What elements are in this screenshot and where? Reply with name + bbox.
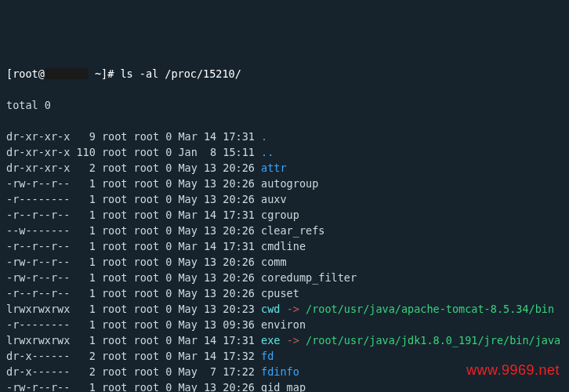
- command-text: ls -al /proc/15210/: [120, 67, 241, 80]
- listing-row: lrwxrwxrwx 1 root root 0 May 13 20:23 cw…: [6, 301, 563, 317]
- file-name: autogroup: [261, 177, 318, 190]
- redacted-hostname: [45, 68, 89, 79]
- prompt-suffix: ~]#: [89, 67, 121, 80]
- prompt-prefix: [root@: [6, 67, 45, 80]
- file-name: auxv: [261, 193, 287, 205]
- prompt-line: [root@ ~]# ls -al /proc/15210/: [6, 66, 563, 82]
- symlink-target: /root/usr/java/apache-tomcat-8.5.34/bin: [306, 303, 554, 315]
- listing-row: -rw-r--r-- 1 root root 0 May 13 20:26 co…: [6, 270, 563, 285]
- row-meta: -rw-r--r-- 1 root root 0 May 13 20:26: [6, 271, 261, 284]
- file-name: .: [261, 130, 267, 143]
- file-name: exe: [261, 334, 280, 347]
- symlink-arrow: ->: [287, 303, 299, 315]
- row-meta: -r--r--r-- 1 root root 0 Mar 14 17:31: [6, 240, 261, 252]
- row-meta: lrwxrwxrwx 1 root root 0 Mar 14 17:31: [6, 334, 261, 347]
- listing-row: -r-------- 1 root root 0 May 13 20:26 au…: [6, 191, 563, 207]
- file-name: cgroup: [261, 209, 299, 221]
- listing-row: -rw-r--r-- 1 root root 0 May 13 20:26 au…: [6, 176, 563, 191]
- listing-row: dr-xr-xr-x 2 root root 0 May 13 20:26 at…: [6, 160, 563, 176]
- file-name: fdinfo: [261, 365, 299, 378]
- listing-row: lrwxrwxrwx 1 root root 0 Mar 14 17:31 ex…: [6, 332, 563, 348]
- total-line: total 0: [6, 97, 563, 113]
- listing-row: -r--r--r-- 1 root root 0 Mar 14 17:31 cm…: [6, 238, 563, 254]
- row-meta: -r--r--r-- 1 root root 0 May 13 20:26: [6, 287, 261, 299]
- row-meta: -r-------- 1 root root 0 May 13 09:36: [6, 318, 261, 331]
- row-meta: dr-x------ 2 root root 0 Mar 14 17:32: [6, 350, 261, 362]
- row-meta: -r--r--r-- 1 root root 0 Mar 14 17:31: [6, 209, 261, 221]
- file-name: environ: [261, 318, 306, 331]
- symlink-arrow: ->: [287, 334, 299, 347]
- file-name: comm: [261, 256, 287, 268]
- row-meta: dr-xr-xr-x 9 root root 0 Mar 14 17:31: [6, 130, 261, 143]
- listing-row: dr-x------ 2 root root 0 May 7 17:22 fdi…: [6, 364, 563, 379]
- listing-row: -r--r--r-- 1 root root 0 May 13 20:26 cp…: [6, 285, 563, 301]
- file-name: cpuset: [261, 287, 299, 299]
- row-meta: --w------- 1 root root 0 May 13 20:26: [6, 224, 261, 237]
- file-name: coredump_filter: [261, 271, 357, 284]
- listing-row: -rw-r--r-- 1 root root 0 May 13 20:26 co…: [6, 254, 563, 270]
- row-meta: -r-------- 1 root root 0 May 13 20:26: [6, 193, 261, 205]
- file-name: cwd: [261, 303, 280, 315]
- row-meta: lrwxrwxrwx 1 root root 0 May 13 20:23: [6, 303, 261, 315]
- file-name: ..: [261, 146, 274, 158]
- file-listing: dr-xr-xr-x 9 root root 0 Mar 14 17:31 .d…: [6, 129, 563, 392]
- row-meta: -rw-r--r-- 1 root root 0 May 13 20:26: [6, 381, 261, 392]
- listing-row: dr-xr-xr-x 9 root root 0 Mar 14 17:31 .: [6, 129, 563, 144]
- file-name: gid_map: [261, 381, 306, 392]
- listing-row: dr-x------ 2 root root 0 Mar 14 17:32 fd: [6, 348, 563, 364]
- row-meta: dr-xr-xr-x 110 root root 0 Jan 8 15:11: [6, 146, 261, 158]
- listing-row: dr-xr-xr-x 110 root root 0 Jan 8 15:11 .…: [6, 144, 563, 160]
- row-meta: dr-xr-xr-x 2 root root 0 May 13 20:26: [6, 162, 261, 174]
- listing-row: -r--r--r-- 1 root root 0 Mar 14 17:31 cg…: [6, 207, 563, 223]
- row-meta: -rw-r--r-- 1 root root 0 May 13 20:26: [6, 256, 261, 268]
- file-name: cmdline: [261, 240, 306, 252]
- listing-row: --w------- 1 root root 0 May 13 20:26 cl…: [6, 223, 563, 238]
- row-meta: dr-x------ 2 root root 0 May 7 17:22: [6, 365, 261, 378]
- listing-row: -rw-r--r-- 1 root root 0 May 13 20:26 gi…: [6, 379, 563, 392]
- row-meta: -rw-r--r-- 1 root root 0 May 13 20:26: [6, 177, 261, 190]
- listing-row: -r-------- 1 root root 0 May 13 09:36 en…: [6, 317, 563, 332]
- symlink-target: /root/usr/java/jdk1.8.0_191/jre/bin/java: [306, 334, 560, 347]
- file-name: attr: [261, 162, 287, 174]
- file-name: clear_refs: [261, 224, 324, 237]
- file-name: fd: [261, 350, 274, 362]
